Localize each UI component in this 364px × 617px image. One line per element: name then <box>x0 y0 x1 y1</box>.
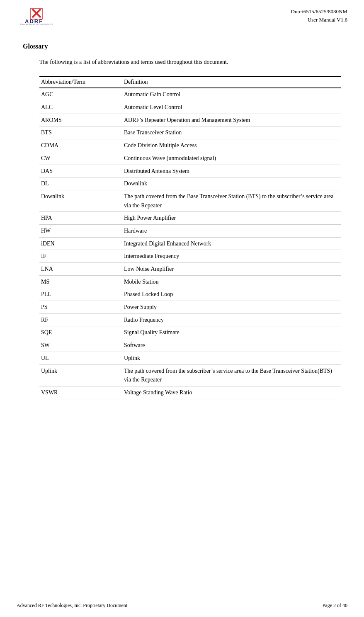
abbr-cell: HPA <box>39 212 122 225</box>
table-row: DownlinkThe path covered from the Base T… <box>39 190 341 211</box>
table-row: PLLPhased Locked Loop <box>39 288 341 301</box>
def-cell: Integrated Digital Enhanced Network <box>122 237 341 250</box>
page-footer: Advanced RF Technologies, Inc. Proprieta… <box>0 599 364 609</box>
col-abbr-header: Abbreviation/Term <box>39 76 122 88</box>
def-cell: Base Transceiver Station <box>122 126 341 139</box>
def-cell: Voltage Standing Wave Ratio <box>122 386 341 399</box>
intro-paragraph: The following is a list of abbreviations… <box>39 58 341 67</box>
abbr-cell: AGC <box>39 88 122 101</box>
table-row: BTSBase Transceiver Station <box>39 126 341 139</box>
abbr-cell: iDEN <box>39 237 122 250</box>
abbr-cell: ALC <box>39 101 122 114</box>
table-row: HWHardware <box>39 224 341 237</box>
footer-left: Advanced RF Technologies, Inc. Proprieta… <box>17 602 127 609</box>
table-row: IFIntermediate Frequency <box>39 250 341 263</box>
def-cell: Power Supply <box>122 301 341 314</box>
table-row: PSPower Supply <box>39 301 341 314</box>
def-cell: Mobile Station <box>122 275 341 288</box>
svg-text:ADVANCED RF TECHNOLOGIES: ADVANCED RF TECHNOLOGIES <box>20 24 53 26</box>
table-row: VSWRVoltage Standing Wave Ratio <box>39 386 341 399</box>
def-cell: The path covered from the subscriber’s s… <box>122 364 341 386</box>
def-cell: Low Noise Amplifier <box>122 263 341 276</box>
abbr-cell: LNA <box>39 263 122 276</box>
table-row: SWSoftware <box>39 339 341 352</box>
abbr-cell: IF <box>39 250 122 263</box>
logo-image: ADRF ADVANCED RF TECHNOLOGIES <box>17 7 62 26</box>
glossary-table: Abbreviation/Term Definition AGCAutomati… <box>39 76 341 399</box>
company-logo: ADRF ADVANCED RF TECHNOLOGIES <box>17 7 62 26</box>
table-row: iDENIntegrated Digital Enhanced Network <box>39 237 341 250</box>
abbr-cell: RF <box>39 313 122 326</box>
abbr-cell: PS <box>39 301 122 314</box>
abbr-cell: CW <box>39 152 122 165</box>
def-cell: Radio Frequency <box>122 313 341 326</box>
table-row: ALCAutomatic Level Control <box>39 101 341 114</box>
abbr-cell: Downlink <box>39 190 122 211</box>
abbr-cell: VSWR <box>39 386 122 399</box>
abbr-cell: UL <box>39 352 122 364</box>
abbr-cell: Uplink <box>39 364 122 386</box>
abbr-cell: SQE <box>39 326 122 339</box>
product-line1: Duo-i6515/6525/8030NM <box>291 7 348 16</box>
main-content: Glossary The following is a list of abbr… <box>0 30 364 416</box>
def-cell: Distributed Antenna System <box>122 165 341 177</box>
col-def-header: Definition <box>122 76 341 88</box>
def-cell: Automatic Gain Control <box>122 88 341 101</box>
abbr-cell: BTS <box>39 126 122 139</box>
table-row: UplinkThe path covered from the subscrib… <box>39 364 341 386</box>
table-row: AGCAutomatic Gain Control <box>39 88 341 101</box>
abbr-cell: DAS <box>39 165 122 177</box>
section-title: Glossary <box>23 43 341 50</box>
abbr-cell: SW <box>39 339 122 352</box>
def-cell: Software <box>122 339 341 352</box>
def-cell: Uplink <box>122 352 341 364</box>
table-row: CDMACode Division Multiple Access <box>39 139 341 152</box>
table-row: HPAHigh Power Amplifier <box>39 212 341 225</box>
table-row: CWContinuous Wave (unmodulated signal) <box>39 152 341 165</box>
def-cell: Downlink <box>122 177 341 190</box>
page-header: ADRF ADVANCED RF TECHNOLOGIES Duo-i6515/… <box>0 0 364 30</box>
product-line2: User Manual V1.6 <box>291 16 348 24</box>
def-cell: Continuous Wave (unmodulated signal) <box>122 152 341 165</box>
table-row: DASDistributed Antenna System <box>39 165 341 177</box>
table-row: LNALow Noise Amplifier <box>39 263 341 276</box>
def-cell: Signal Quality Estimate <box>122 326 341 339</box>
abbr-cell: HW <box>39 224 122 237</box>
def-cell: ADRF’s Repeater Operation and Management… <box>122 114 341 126</box>
def-cell: The path covered from the Base Transceiv… <box>122 190 341 211</box>
abbr-cell: DL <box>39 177 122 190</box>
table-row: ULUplink <box>39 352 341 364</box>
table-row: RFRadio Frequency <box>39 313 341 326</box>
abbr-cell: MS <box>39 275 122 288</box>
table-row: AROMSADRF’s Repeater Operation and Manag… <box>39 114 341 126</box>
def-cell: High Power Amplifier <box>122 212 341 225</box>
abbr-cell: CDMA <box>39 139 122 152</box>
document-title: Duo-i6515/6525/8030NM User Manual V1.6 <box>291 7 348 24</box>
table-row: SQESignal Quality Estimate <box>39 326 341 339</box>
def-cell: Phased Locked Loop <box>122 288 341 301</box>
table-header-row: Abbreviation/Term Definition <box>39 76 341 88</box>
def-cell: Hardware <box>122 224 341 237</box>
table-row: MSMobile Station <box>39 275 341 288</box>
footer-right: Page 2 of 40 <box>323 602 347 609</box>
abbr-cell: AROMS <box>39 114 122 126</box>
def-cell: Code Division Multiple Access <box>122 139 341 152</box>
def-cell: Automatic Level Control <box>122 101 341 114</box>
abbr-cell: PLL <box>39 288 122 301</box>
table-row: DLDownlink <box>39 177 341 190</box>
def-cell: Intermediate Frequency <box>122 250 341 263</box>
